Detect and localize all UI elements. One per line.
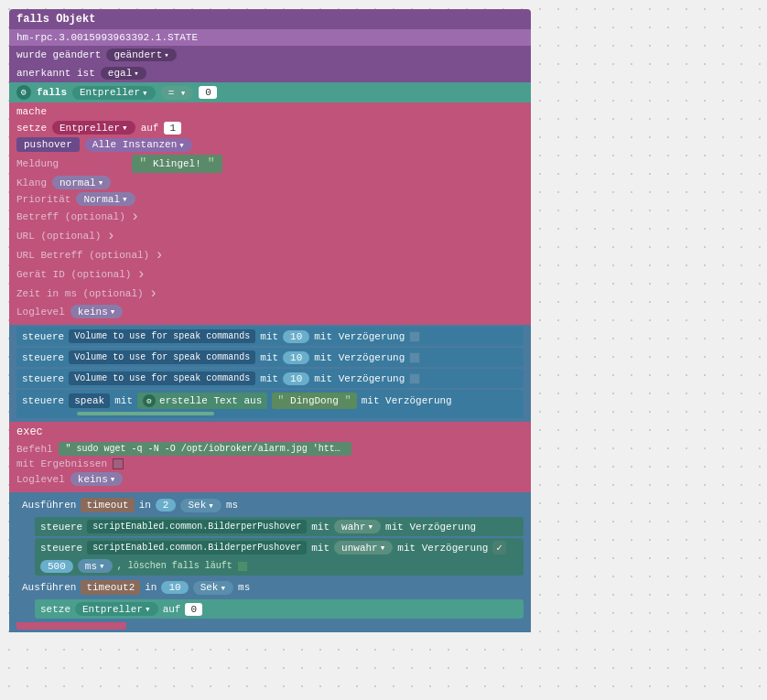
steuere-checkbox-2[interactable] <box>409 352 420 363</box>
steuere-verz-2: mit Verzögerung <box>314 352 405 363</box>
anerkannt-row: anerkannt ist egal <box>9 64 531 82</box>
falls-gear-icon[interactable]: ⚙ <box>16 85 31 100</box>
url-row: URL (optional) › <box>16 228 524 244</box>
ausfuhren1-ms: ms <box>226 500 238 511</box>
dingdong-value: " DingDong " <box>272 393 356 409</box>
meldung-row: Meldung " Klingel! " <box>16 155 524 173</box>
script2-delay-unit-dropdown[interactable]: ms▾ <box>78 559 113 573</box>
object-id-value: hm-rpc.3.0015993963392.1.STATE <box>16 32 198 43</box>
steuere-value-1[interactable]: 10 <box>283 330 309 343</box>
prioritat-row: Priorität Normal▾ <box>16 192 524 206</box>
bottom-setze-label: setze <box>40 604 70 615</box>
script1-wahr-dropdown[interactable]: wahr▾ <box>334 520 381 533</box>
falls-objekt-header: falls Objekt <box>9 9 531 29</box>
erstelle-block: ⚙ erstelle Text aus <box>137 393 267 409</box>
prioritat-label: Priorität <box>16 194 70 205</box>
entpreller-dropdown[interactable]: Entpreller▾ <box>72 86 156 100</box>
steuere-section: steuere Volume to use for speak commands… <box>9 325 531 422</box>
url-label: URL (optional) <box>16 231 101 242</box>
script2-check: ✓ <box>492 541 506 555</box>
speak-verz-label: mit Verzögerung <box>362 395 452 406</box>
exec-section: exec Befehl " sudo wget -q -N -O /opt/io… <box>9 422 531 492</box>
steuere-channel-2: Volume to use for speak commands <box>69 350 255 364</box>
script1-pill: scriptEnabled.common.BilderperPushover <box>87 520 307 533</box>
prioritat-dropdown[interactable]: Normal▾ <box>76 192 135 206</box>
steuere-channel-3: Volume to use for speak commands <box>69 372 255 385</box>
script1-steuere-label: steuere <box>40 522 82 533</box>
anerkannt-label: anerkannt ist <box>16 68 95 79</box>
mit-ergebnissen-label: mit Ergebnissen <box>16 458 107 469</box>
falls-objekt-label: falls Objekt <box>16 13 95 26</box>
klang-dropdown[interactable]: normal▾ <box>52 176 111 189</box>
script2-verz-label: mit Verzögerung <box>397 543 488 554</box>
ausfuhren2-unit-dropdown[interactable]: Sek▾ <box>193 581 233 595</box>
exec-label: exec <box>16 425 524 438</box>
bottom-setze-value[interactable]: 0 <box>185 603 202 616</box>
bottom-entpreller-dropdown[interactable]: Entpreller▾ <box>75 602 158 616</box>
equals-operator: = ▾ <box>161 86 194 100</box>
url-betreff-label: URL Betreff (optional) <box>16 250 149 261</box>
setze-entpreller-dropdown[interactable]: Entpreller▾ <box>52 121 135 135</box>
steuere-checkbox-1[interactable] <box>409 331 420 342</box>
loglevel-exec-row: Loglevel keins▾ <box>16 472 524 486</box>
loglevel-mache-dropdown[interactable]: keins▾ <box>70 305 124 318</box>
speak-steuere-label: steuere <box>22 395 64 406</box>
script2-mit-label: mit <box>311 543 329 554</box>
ausfuhren1-unit-dropdown[interactable]: Sek▾ <box>180 499 221 512</box>
setze-value[interactable]: 1 <box>164 122 181 135</box>
speak-row: steuere speak mit ⚙ erstelle Text aus " … <box>22 393 518 409</box>
zeit-label: Zeit in ms (optional) <box>16 288 144 299</box>
steuere-channel-1: Volume to use for speak commands <box>69 329 255 343</box>
steuere-mit-1: mit <box>260 331 278 342</box>
ausfuhren1-section: Ausführen timeout in 2 Sek▾ ms steuere s… <box>9 492 531 632</box>
ausfuhren1-value[interactable]: 2 <box>156 499 177 512</box>
steuere-label-1: steuere <box>22 331 64 342</box>
ausfuhren2-label: Ausführen <box>22 582 76 593</box>
ausfuhren2-in: in <box>145 582 157 593</box>
loglevel-mache-label: Loglevel <box>16 307 65 318</box>
script2-loschen-checkbox[interactable] <box>237 561 248 572</box>
loglevel-exec-dropdown[interactable]: keins▾ <box>70 472 124 486</box>
befehl-row: Befehl " sudo wget -q -N -O /opt/iobroke… <box>16 442 524 456</box>
url-betreff-row: URL Betreff (optional) › <box>16 247 524 264</box>
mit-ergebnissen-checkbox[interactable] <box>113 458 124 469</box>
ausfuhren1-row: Ausführen timeout in 2 Sek▾ ms <box>16 495 524 515</box>
script-steuere-2-row: steuere scriptEnabled.common.BilderperPu… <box>35 538 524 576</box>
anerkannt-dropdown[interactable]: egal <box>101 67 146 80</box>
bottom-setze-row: setze Entpreller▾ auf 0 <box>35 599 524 619</box>
object-id-row: hm-rpc.3.0015993963392.1.STATE <box>9 29 531 46</box>
ausfuhren1-label: Ausführen <box>22 500 76 511</box>
ausfuhren2-ms: ms <box>238 582 250 593</box>
klang-row: Klang normal▾ <box>16 176 524 189</box>
speak-text-input[interactable] <box>77 412 214 415</box>
steuere-verz-3: mit Verzögerung <box>314 373 405 384</box>
steuere-checkbox-3[interactable] <box>409 373 420 384</box>
script2-unwahr-dropdown[interactable]: unwahr▾ <box>334 541 393 555</box>
bottom-auf-label: auf <box>163 604 181 615</box>
steuere-value-2[interactable]: 10 <box>283 351 309 364</box>
klang-label: Klang <box>16 178 47 188</box>
speak-block: steuere speak mit ⚙ erstelle Text aus " … <box>16 390 524 418</box>
falls-value[interactable]: 0 <box>199 86 217 99</box>
timeout2-pill: timeout2 <box>81 580 140 595</box>
falls-condition-row: ⚙ falls Entpreller▾ = ▾ 0 <box>9 82 531 102</box>
steuere-value-3[interactable]: 10 <box>283 372 309 385</box>
steuere-mit-3: mit <box>260 373 278 384</box>
script2-steuere-label: steuere <box>40 543 82 554</box>
loglevel-mache-row: Loglevel keins▾ <box>16 305 524 318</box>
steuere-label-2: steuere <box>22 352 64 363</box>
bottom-accent-bar <box>16 622 126 630</box>
alle-instanzen-dropdown[interactable]: Alle Instanzen▾ <box>85 138 192 152</box>
wurde-dropdown[interactable]: geändert <box>106 48 176 61</box>
betreff-row: Betreff (optional) › <box>16 209 524 225</box>
befehl-command: " sudo wget -q -N -O /opt/iobroker/alarm… <box>59 442 351 456</box>
meldung-label: Meldung <box>16 158 126 169</box>
mit-ergebnissen-row: mit Ergebnissen <box>16 458 524 469</box>
script2-delay-value[interactable]: 500 <box>40 560 73 573</box>
ausfuhren2-value[interactable]: 10 <box>161 581 188 594</box>
steuere-verz-1: mit Verzögerung <box>314 331 405 342</box>
pushover-row: pushover Alle Instanzen▾ <box>16 137 524 152</box>
wurde-row: wurde geändert geändert <box>9 46 531 64</box>
gerat-label: Gerät ID (optional) <box>16 269 131 280</box>
erstelle-gear-icon[interactable]: ⚙ <box>143 394 156 407</box>
